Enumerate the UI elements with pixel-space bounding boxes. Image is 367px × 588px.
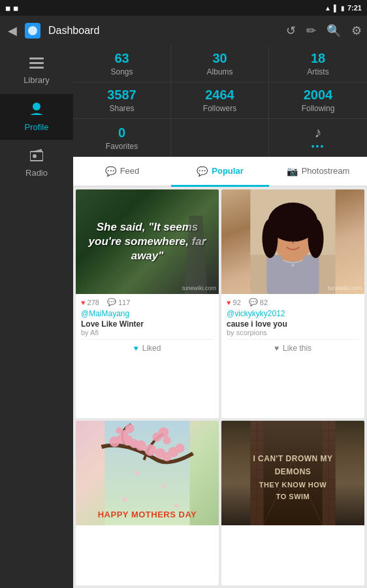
svg-rect-1 (29, 57, 44, 59)
card2-likes-stat: ♥ 92 (227, 299, 241, 306)
card1-username[interactable]: @MaiMayang (81, 309, 214, 318)
card2-likes-count: 92 (233, 299, 241, 306)
status-bar: ◼ ◼ ▲ ▌ ▮ 7:21 (0, 0, 367, 16)
shares-label: Shares (109, 104, 134, 113)
card2-action[interactable]: ♥ Like this (227, 339, 359, 354)
sidebar-library-label: Library (24, 75, 50, 85)
sidebar-item-profile[interactable]: Profile (0, 94, 73, 140)
card4-image: I CAN'T DROWN MY DEMONS THEY KNOW HOW TO… (221, 421, 364, 525)
feed-card-1[interactable]: She said, "It seems you're somewhere, fa… (76, 189, 219, 418)
camera-icon: 📷 (287, 166, 298, 176)
svg-point-24 (145, 444, 157, 456)
comment-icon: 💬 (107, 298, 116, 306)
svg-point-30 (159, 427, 169, 438)
following-label: Following (302, 104, 335, 113)
main-layout: Library Profile Radio (0, 46, 367, 588)
radio-icon (30, 148, 43, 165)
tab-feed[interactable]: 💬 Feed (73, 157, 171, 187)
svg-point-17 (292, 264, 295, 267)
tab-photostream-label: Photostream (302, 166, 350, 176)
card1-action-label: Liked (142, 344, 161, 353)
stat-artists[interactable]: 18 Artists (269, 46, 367, 82)
svg-text:THEY KNOW HOW: THEY KNOW HOW (259, 481, 327, 489)
android-icon: ◼ (5, 5, 10, 12)
card2-footer: ♥ 92 💬 82 @vickykyky2012 cause i love yo… (221, 294, 364, 358)
artists-label: Artists (307, 67, 328, 76)
battery-icon: ▮ (341, 5, 345, 12)
time-display: 7:21 (347, 4, 362, 12)
comment-icon2: 💬 (249, 298, 258, 306)
music-more-icon: ••• (311, 141, 325, 152)
nav-bar: ◀ Dashboard ↺ ✏ 🔍 ⚙ (0, 16, 367, 46)
stat-following[interactable]: 2004 Following (269, 82, 367, 118)
svg-point-0 (28, 26, 37, 35)
card1-artist: by Afi (81, 329, 214, 336)
signal-icon: ▌ (334, 5, 338, 12)
tab-photostream[interactable]: 📷 Photostream (269, 157, 367, 187)
card2-comments-stat: 💬 82 (249, 298, 268, 306)
stat-albums[interactable]: 30 Albums (171, 46, 269, 82)
heart-icon: ♥ (81, 299, 86, 306)
stat-favorites[interactable]: 0 Favorites (73, 119, 171, 157)
status-bar-right: ▲ ▌ ▮ 7:21 (325, 4, 362, 12)
stat-followers[interactable]: 2464 Followers (171, 82, 269, 118)
svg-point-13 (263, 219, 278, 258)
card2-source: tunewiki.com (328, 285, 362, 291)
svg-point-31 (163, 436, 171, 444)
feed-grid: She said, "It seems you're somewhere, fa… (73, 187, 367, 588)
sidebar-radio-label: Radio (25, 168, 48, 178)
card3-image: HAPPY MOTHERS DAY (76, 421, 219, 525)
favorites-count: 0 (118, 125, 125, 140)
search-icon[interactable]: 🔍 (327, 24, 341, 38)
card1-action[interactable]: ♥ Liked (81, 339, 214, 354)
stat-songs[interactable]: 63 Songs (73, 46, 171, 82)
stats-row1: 63 Songs 30 Albums 18 Artists (73, 46, 367, 82)
card4-bg: I CAN'T DROWN MY DEMONS THEY KNOW HOW TO… (221, 421, 364, 525)
settings-icon[interactable]: ⚙ (351, 24, 362, 38)
feed-card-3[interactable]: HAPPY MOTHERS DAY (76, 421, 219, 585)
artists-count: 18 (311, 51, 325, 66)
app-icon2: ◼ (13, 5, 18, 12)
card2-username[interactable]: @vickykyky2012 (227, 309, 359, 318)
feed-card-4[interactable]: I CAN'T DROWN MY DEMONS THEY KNOW HOW TO… (221, 421, 364, 585)
svg-point-4 (33, 103, 40, 110)
refresh-icon[interactable]: ↺ (286, 24, 296, 38)
card1-likes-stat: ♥ 278 (81, 299, 99, 306)
followers-label: Followers (203, 104, 236, 113)
heart-icon2: ♥ (227, 299, 231, 306)
blossom-svg: HAPPY MOTHERS DAY (76, 421, 219, 525)
svg-point-15 (281, 233, 288, 240)
svg-point-6 (33, 154, 37, 158)
tab-popular[interactable]: 💬 Popular (171, 157, 269, 187)
card3-bg: HAPPY MOTHERS DAY (76, 421, 219, 525)
compose-icon[interactable]: ✏ (306, 24, 316, 38)
card2-song: cause i love you (227, 319, 359, 329)
feed-card-2[interactable]: tunewiki.com ♥ 92 💬 82 @vickyk (221, 189, 364, 418)
nav-title: Dashboard (48, 25, 281, 37)
svg-text:I CAN'T DROWN MY: I CAN'T DROWN MY (253, 454, 332, 463)
shares-count: 3587 (107, 88, 136, 103)
tab-feed-label: Feed (120, 166, 140, 176)
card1-comments-count: 117 (118, 299, 130, 306)
stats-row2: 3587 Shares 2464 Followers 2004 Followin… (73, 82, 367, 118)
svg-point-14 (308, 219, 324, 258)
card2-action-icon: ♥ (274, 344, 279, 353)
music-note-cell[interactable]: ♪ ••• (269, 119, 367, 157)
back-button[interactable]: ◀ (5, 21, 20, 41)
content-area: 63 Songs 30 Albums 18 Artists 3587 Share… (73, 46, 367, 588)
following-count: 2004 (304, 88, 333, 103)
tab-popular-label: Popular (212, 166, 243, 176)
songs-count: 63 (114, 51, 129, 66)
svg-text:TO SWIM: TO SWIM (276, 493, 310, 500)
sidebar-item-radio[interactable]: Radio (0, 140, 73, 186)
sidebar-item-library[interactable]: Library (0, 48, 73, 94)
card1-action-icon: ♥ (134, 344, 138, 353)
status-bar-left: ◼ ◼ (5, 5, 18, 12)
card1-song: Love Like Winter (81, 319, 214, 329)
music-note-icon: ♪ (315, 124, 322, 141)
card2-bg: tunewiki.com (221, 189, 364, 294)
card2-artist: by scorpions (227, 329, 359, 336)
favorites-label: Favorites (106, 142, 138, 151)
stat-shares[interactable]: 3587 Shares (73, 82, 171, 118)
nav-actions: ↺ ✏ 🔍 ⚙ (286, 24, 362, 38)
